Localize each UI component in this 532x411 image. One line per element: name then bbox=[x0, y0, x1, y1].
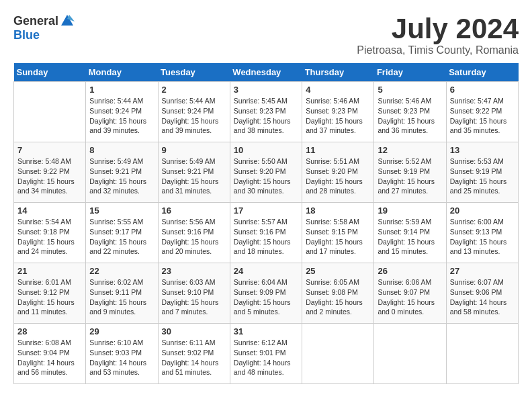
day-info: Sunrise: 5:44 AMSunset: 9:24 PMDaylight:… bbox=[89, 96, 154, 136]
day-info: Sunrise: 5:46 AMSunset: 9:23 PMDaylight:… bbox=[306, 96, 370, 136]
day-info: Sunrise: 6:03 AMSunset: 9:10 PMDaylight:… bbox=[162, 277, 226, 317]
day-info: Sunrise: 5:58 AMSunset: 9:15 PMDaylight:… bbox=[306, 217, 370, 257]
calendar-day-cell: 6Sunrise: 5:47 AMSunset: 9:22 PMDaylight… bbox=[446, 82, 518, 142]
day-info: Sunrise: 6:01 AMSunset: 9:12 PMDaylight:… bbox=[17, 277, 82, 317]
day-number: 1 bbox=[89, 85, 154, 95]
day-info: Sunrise: 6:00 AMSunset: 9:13 PMDaylight:… bbox=[450, 217, 515, 257]
calendar-day-cell: 12Sunrise: 5:52 AMSunset: 9:19 PMDayligh… bbox=[374, 142, 446, 203]
day-info: Sunrise: 5:57 AMSunset: 9:16 PMDaylight:… bbox=[234, 217, 298, 257]
logo-blue-text: Blue bbox=[13, 28, 40, 42]
day-number: 8 bbox=[89, 145, 154, 155]
logo-icon bbox=[60, 13, 75, 28]
calendar-week-row: 7Sunrise: 5:48 AMSunset: 9:22 PMDaylight… bbox=[14, 142, 519, 203]
day-info: Sunrise: 5:48 AMSunset: 9:22 PMDaylight:… bbox=[17, 156, 82, 196]
day-info: Sunrise: 5:49 AMSunset: 9:21 PMDaylight:… bbox=[162, 156, 226, 196]
day-info: Sunrise: 6:05 AMSunset: 9:08 PMDaylight:… bbox=[306, 277, 370, 317]
calendar-day-cell: 4Sunrise: 5:46 AMSunset: 9:23 PMDaylight… bbox=[302, 82, 374, 142]
calendar-week-row: 14Sunrise: 5:54 AMSunset: 9:18 PMDayligh… bbox=[14, 203, 519, 263]
title-section: July 2024 Pietroasa, Timis County, Roman… bbox=[357, 13, 519, 56]
calendar-table: SundayMondayTuesdayWednesdayThursdayFrid… bbox=[13, 63, 519, 384]
calendar-header-row: SundayMondayTuesdayWednesdayThursdayFrid… bbox=[14, 63, 519, 82]
day-info: Sunrise: 5:51 AMSunset: 9:20 PMDaylight:… bbox=[306, 156, 370, 196]
day-number: 12 bbox=[378, 145, 442, 155]
calendar-day-cell bbox=[374, 324, 446, 384]
day-number: 22 bbox=[89, 266, 154, 276]
calendar-day-cell: 1Sunrise: 5:44 AMSunset: 9:24 PMDaylight… bbox=[86, 82, 158, 142]
calendar-week-row: 1Sunrise: 5:44 AMSunset: 9:24 PMDaylight… bbox=[14, 82, 519, 142]
day-number: 29 bbox=[89, 326, 154, 336]
day-number: 20 bbox=[450, 205, 515, 216]
day-number: 31 bbox=[234, 326, 298, 336]
calendar-week-row: 28Sunrise: 6:08 AMSunset: 9:04 PMDayligh… bbox=[14, 324, 519, 384]
day-number: 16 bbox=[162, 205, 226, 216]
day-info: Sunrise: 5:46 AMSunset: 9:23 PMDaylight:… bbox=[378, 96, 442, 136]
page-header: General Blue July 2024 Pietroasa, Timis … bbox=[13, 13, 519, 56]
day-info: Sunrise: 6:10 AMSunset: 9:03 PMDaylight:… bbox=[89, 338, 154, 377]
day-info: Sunrise: 6:04 AMSunset: 9:09 PMDaylight:… bbox=[234, 277, 298, 317]
day-number: 25 bbox=[306, 266, 370, 276]
month-title: July 2024 bbox=[357, 13, 519, 44]
day-info: Sunrise: 6:11 AMSunset: 9:02 PMDaylight:… bbox=[162, 338, 226, 377]
calendar-day-cell: 20Sunrise: 6:00 AMSunset: 9:13 PMDayligh… bbox=[446, 203, 518, 263]
day-number: 19 bbox=[378, 205, 442, 216]
day-number: 2 bbox=[162, 85, 226, 95]
day-number: 14 bbox=[17, 205, 82, 216]
day-number: 9 bbox=[162, 145, 226, 155]
calendar-day-cell: 21Sunrise: 6:01 AMSunset: 9:12 PMDayligh… bbox=[14, 263, 86, 324]
day-info: Sunrise: 6:08 AMSunset: 9:04 PMDaylight:… bbox=[17, 338, 82, 377]
calendar-day-cell: 9Sunrise: 5:49 AMSunset: 9:21 PMDaylight… bbox=[158, 142, 230, 203]
calendar-day-cell: 11Sunrise: 5:51 AMSunset: 9:20 PMDayligh… bbox=[302, 142, 374, 203]
calendar-day-cell: 29Sunrise: 6:10 AMSunset: 9:03 PMDayligh… bbox=[86, 324, 158, 384]
calendar-day-cell: 27Sunrise: 6:07 AMSunset: 9:06 PMDayligh… bbox=[446, 263, 518, 324]
day-number: 4 bbox=[306, 85, 370, 95]
day-of-week-header: Wednesday bbox=[230, 63, 302, 82]
day-number: 13 bbox=[450, 145, 515, 155]
calendar-day-cell: 16Sunrise: 5:56 AMSunset: 9:16 PMDayligh… bbox=[158, 203, 230, 263]
day-info: Sunrise: 5:56 AMSunset: 9:16 PMDaylight:… bbox=[162, 217, 226, 257]
day-of-week-header: Tuesday bbox=[158, 63, 230, 82]
day-info: Sunrise: 5:50 AMSunset: 9:20 PMDaylight:… bbox=[234, 156, 298, 196]
day-info: Sunrise: 6:02 AMSunset: 9:11 PMDaylight:… bbox=[89, 277, 154, 317]
logo-general-text: General bbox=[13, 14, 58, 28]
day-info: Sunrise: 6:07 AMSunset: 9:06 PMDaylight:… bbox=[450, 277, 515, 317]
day-number: 17 bbox=[234, 205, 298, 216]
location-subtitle: Pietroasa, Timis County, Romania bbox=[357, 44, 519, 56]
day-info: Sunrise: 5:44 AMSunset: 9:24 PMDaylight:… bbox=[162, 96, 226, 136]
day-info: Sunrise: 6:06 AMSunset: 9:07 PMDaylight:… bbox=[378, 277, 442, 317]
calendar-day-cell: 22Sunrise: 6:02 AMSunset: 9:11 PMDayligh… bbox=[86, 263, 158, 324]
calendar-day-cell: 14Sunrise: 5:54 AMSunset: 9:18 PMDayligh… bbox=[14, 203, 86, 263]
day-number: 15 bbox=[89, 205, 154, 216]
calendar-day-cell: 3Sunrise: 5:45 AMSunset: 9:23 PMDaylight… bbox=[230, 82, 302, 142]
calendar-day-cell: 26Sunrise: 6:06 AMSunset: 9:07 PMDayligh… bbox=[374, 263, 446, 324]
day-number: 10 bbox=[234, 145, 298, 155]
calendar-day-cell: 13Sunrise: 5:53 AMSunset: 9:19 PMDayligh… bbox=[446, 142, 518, 203]
day-of-week-header: Saturday bbox=[446, 63, 518, 82]
day-info: Sunrise: 5:59 AMSunset: 9:14 PMDaylight:… bbox=[378, 217, 442, 257]
day-number: 26 bbox=[378, 266, 442, 276]
day-number: 3 bbox=[234, 85, 298, 95]
calendar-day-cell: 2Sunrise: 5:44 AMSunset: 9:24 PMDaylight… bbox=[158, 82, 230, 142]
day-number: 5 bbox=[378, 85, 442, 95]
calendar-day-cell: 23Sunrise: 6:03 AMSunset: 9:10 PMDayligh… bbox=[158, 263, 230, 324]
day-of-week-header: Sunday bbox=[14, 63, 86, 82]
calendar-week-row: 21Sunrise: 6:01 AMSunset: 9:12 PMDayligh… bbox=[14, 263, 519, 324]
calendar-day-cell: 18Sunrise: 5:58 AMSunset: 9:15 PMDayligh… bbox=[302, 203, 374, 263]
day-number: 11 bbox=[306, 145, 370, 155]
day-info: Sunrise: 5:54 AMSunset: 9:18 PMDaylight:… bbox=[17, 217, 82, 257]
calendar-day-cell bbox=[302, 324, 374, 384]
day-number: 7 bbox=[17, 145, 82, 155]
day-info: Sunrise: 5:55 AMSunset: 9:17 PMDaylight:… bbox=[89, 217, 154, 257]
day-number: 23 bbox=[162, 266, 226, 276]
day-info: Sunrise: 5:49 AMSunset: 9:21 PMDaylight:… bbox=[89, 156, 154, 196]
day-number: 30 bbox=[162, 326, 226, 336]
calendar-day-cell bbox=[446, 324, 518, 384]
logo: General Blue bbox=[13, 13, 75, 42]
calendar-day-cell: 8Sunrise: 5:49 AMSunset: 9:21 PMDaylight… bbox=[86, 142, 158, 203]
calendar-day-cell: 17Sunrise: 5:57 AMSunset: 9:16 PMDayligh… bbox=[230, 203, 302, 263]
day-of-week-header: Thursday bbox=[302, 63, 374, 82]
calendar-day-cell: 31Sunrise: 6:12 AMSunset: 9:01 PMDayligh… bbox=[230, 324, 302, 384]
calendar-day-cell bbox=[14, 82, 86, 142]
calendar-day-cell: 30Sunrise: 6:11 AMSunset: 9:02 PMDayligh… bbox=[158, 324, 230, 384]
day-info: Sunrise: 5:47 AMSunset: 9:22 PMDaylight:… bbox=[450, 96, 515, 136]
calendar-day-cell: 24Sunrise: 6:04 AMSunset: 9:09 PMDayligh… bbox=[230, 263, 302, 324]
